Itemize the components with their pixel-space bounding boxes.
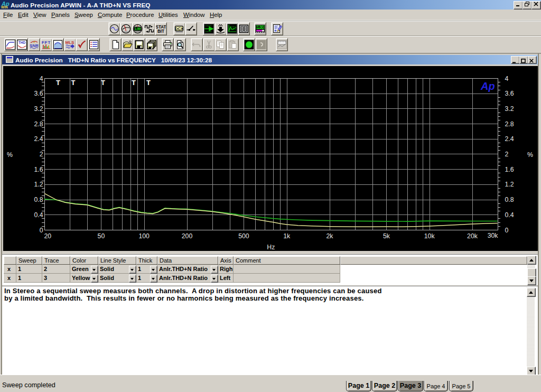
svg-text:100: 100 — [138, 232, 150, 240]
svg-text:MLS: MLS — [66, 40, 75, 45]
svg-text:1.2: 1.2 — [505, 181, 514, 188]
svg-text:2: 2 — [505, 151, 509, 158]
svg-text:T: T — [146, 79, 151, 87]
svg-text:1.6: 1.6 — [34, 166, 43, 173]
svg-text:T: T — [71, 79, 76, 87]
svg-text:0.4: 0.4 — [505, 211, 514, 219]
svg-text:BIT: BIT — [157, 29, 164, 34]
svg-text:3.2: 3.2 — [505, 105, 514, 113]
svg-text:WIN: WIN — [1, 5, 8, 9]
svg-text:10k: 10k — [424, 232, 435, 240]
svg-text:T: T — [132, 79, 136, 87]
svg-text:THD: THD — [18, 41, 26, 44]
svg-text:200: 200 — [182, 232, 193, 240]
svg-text:2k: 2k — [327, 232, 334, 240]
svg-text:20: 20 — [44, 232, 52, 240]
svg-text:500: 500 — [238, 232, 249, 240]
svg-text:50: 50 — [98, 232, 105, 240]
svg-text:2.8: 2.8 — [505, 120, 514, 128]
svg-text:0: 0 — [40, 227, 43, 234]
svg-text:4: 4 — [40, 75, 43, 82]
svg-text:DCX: DCX — [175, 26, 183, 31]
svg-text:1.00: 1.00 — [257, 25, 264, 30]
svg-text:3.2: 3.2 — [34, 105, 43, 113]
svg-text:2.8: 2.8 — [34, 120, 43, 128]
svg-text:5k: 5k — [383, 232, 390, 240]
svg-text:1.99: 1.99 — [135, 26, 141, 31]
svg-text:Hz: Hz — [267, 244, 275, 251]
svg-text:30k: 30k — [488, 232, 499, 239]
svg-text:2.4: 2.4 — [34, 135, 43, 143]
svg-text:4: 4 — [505, 75, 509, 82]
svg-text:2: 2 — [40, 151, 43, 158]
svg-text:0.8: 0.8 — [34, 196, 43, 203]
svg-text:1k: 1k — [283, 232, 291, 240]
svg-text:3.6: 3.6 — [34, 90, 43, 97]
svg-text:0.8: 0.8 — [505, 196, 514, 203]
svg-text:%: % — [7, 151, 13, 158]
svg-text:0: 0 — [505, 227, 509, 234]
svg-text:0.4: 0.4 — [34, 211, 43, 219]
svg-text:T: T — [101, 79, 105, 87]
svg-text:3.6: 3.6 — [505, 90, 514, 97]
svg-text:2.4: 2.4 — [505, 135, 514, 143]
svg-text:Ap: Ap — [480, 80, 495, 92]
svg-text:%: % — [527, 151, 533, 158]
svg-text:1.2: 1.2 — [34, 181, 43, 188]
svg-text:FFT: FFT — [42, 40, 51, 45]
svg-text:20k: 20k — [467, 232, 478, 240]
svg-text:1.6: 1.6 — [505, 166, 514, 173]
svg-text:T: T — [56, 79, 60, 87]
